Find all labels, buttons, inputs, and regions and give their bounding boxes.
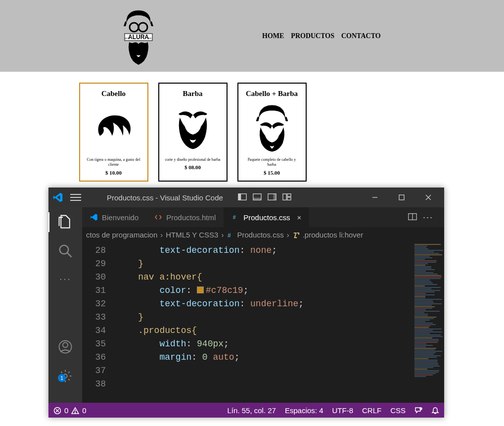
product-card-cabello[interactable]: Cabello Con tigera o maquina, a gusto de… <box>79 83 148 182</box>
svg-point-20 <box>60 245 69 254</box>
warning-icon[interactable] <box>71 406 79 415</box>
svg-text:#: # <box>228 232 231 239</box>
svg-point-33 <box>75 412 76 413</box>
svg-rect-8 <box>238 193 241 200</box>
layout-grid-icon[interactable] <box>282 193 291 202</box>
encoding[interactable]: UTF-8 <box>332 406 353 415</box>
products-row: Cabello Con tigera o maquina, a gusto de… <box>79 83 425 182</box>
nav-productos[interactable]: PRODUCTOS <box>291 32 334 40</box>
tab-label: Bienvenido <box>102 213 138 222</box>
breadcrumb-segment: Productos.css <box>237 231 283 239</box>
split-editor-icon[interactable] <box>408 213 417 222</box>
panel-bottom-icon[interactable] <box>253 193 262 202</box>
bell-icon[interactable] <box>431 406 439 415</box>
line-gutter: 2829303132333435363738 <box>82 242 117 403</box>
breadcrumb-segment: .productos li:hover <box>303 231 364 239</box>
more-icon[interactable]: ··· <box>59 273 71 285</box>
search-icon[interactable] <box>58 243 73 260</box>
panel-right-icon[interactable] <box>268 193 276 202</box>
nav-contacto[interactable]: CONTACTO <box>341 32 381 40</box>
close-button[interactable] <box>421 190 435 204</box>
svg-line-21 <box>67 253 72 257</box>
product-title: Barba <box>162 90 224 98</box>
settings-gear-icon[interactable]: 1 <box>58 369 73 385</box>
vscode-titlebar[interactable]: Productos.css - Visual Studio Code <box>48 188 444 207</box>
layout-controls <box>238 193 291 202</box>
maximize-button[interactable] <box>395 190 409 204</box>
svg-point-23 <box>63 342 68 347</box>
minimap[interactable] <box>413 242 444 403</box>
panel-left-icon[interactable] <box>238 193 247 202</box>
close-icon[interactable]: × <box>297 213 302 222</box>
symbol-icon <box>292 230 300 239</box>
error-count[interactable]: 0 <box>64 406 68 415</box>
vscode-logo-icon <box>52 192 63 203</box>
product-title: Cabello <box>83 90 144 98</box>
svg-rect-10 <box>253 197 261 200</box>
product-card-barba[interactable]: Barba corte y diseño profesional de barb… <box>158 83 228 182</box>
product-card-cabello-barba[interactable]: Cabello + Barba Paquete completo de cabe… <box>237 83 307 182</box>
window-controls <box>368 190 440 204</box>
eol[interactable]: CRLF <box>362 406 381 415</box>
svg-text:ALURA: ALURA <box>128 34 149 41</box>
indentation[interactable]: Espacios: 4 <box>285 406 323 415</box>
svg-rect-14 <box>287 193 291 196</box>
product-title: Cabello + Barba <box>241 90 303 98</box>
svg-text:#: # <box>233 214 236 220</box>
tab-label: Productos.css <box>243 213 290 222</box>
explorer-icon[interactable] <box>58 214 73 231</box>
feedback-icon[interactable] <box>414 406 422 415</box>
menu-icon[interactable] <box>70 194 81 201</box>
product-price: $ 08.00 <box>162 164 224 170</box>
hair-icon <box>83 103 144 152</box>
code-editor[interactable]: 2829303132333435363738 text-decoration: … <box>82 242 444 403</box>
html-icon <box>154 213 162 221</box>
breadcrumb-segment: HTML5 Y CSS3 <box>166 231 218 239</box>
editor-tabs: Bienvenido Productos.html # Productos.cs… <box>82 207 444 227</box>
svg-rect-12 <box>274 193 276 200</box>
settings-badge: 1 <box>58 374 66 382</box>
accounts-icon[interactable] <box>58 339 73 356</box>
tab-bienvenido[interactable]: Bienvenido <box>82 207 146 227</box>
activity-bar: ··· 1 <box>48 207 82 403</box>
beard-icon <box>162 103 224 152</box>
product-desc: Paquete completo de cabello y barba <box>241 157 303 168</box>
code-content[interactable]: text-decoration: none; } nav a:hover{ co… <box>117 242 413 403</box>
svg-text:ESTD: ESTD <box>125 37 131 40</box>
svg-point-34 <box>420 408 422 410</box>
main-nav: HOME PRODUCTOS CONTACTO <box>262 32 381 40</box>
product-price: $ 10.00 <box>83 170 144 176</box>
svg-point-1 <box>138 23 147 32</box>
vscode-window: Productos.css - Visual Studio Code ··· 1 <box>48 188 444 418</box>
svg-text:2020: 2020 <box>147 37 152 40</box>
tab-productos-html[interactable]: Productos.html <box>146 207 224 227</box>
css-icon: # <box>227 230 234 239</box>
product-desc: Con tigera o maquina, a gusto del client… <box>83 157 144 168</box>
status-bar: 0 0 Lín. 55, col. 27 Espacios: 4 UTF-8 C… <box>48 403 444 418</box>
minimize-button[interactable] <box>368 190 382 204</box>
site-logo: ALURA ESTD 2020 <box>119 6 158 66</box>
language-mode[interactable]: CSS <box>390 406 406 415</box>
more-actions-icon[interactable]: ··· <box>423 212 433 223</box>
vscode-icon <box>90 213 98 221</box>
site-header: ALURA ESTD 2020 HOME PRODUCTOS CONTACTO <box>0 0 504 72</box>
window-title: Productos.css - Visual Studio Code <box>107 193 223 202</box>
cursor-position[interactable]: Lín. 55, col. 27 <box>228 406 276 415</box>
tab-label: Productos.html <box>166 213 216 222</box>
breadcrumb-segment: ctos de programacion <box>86 231 157 239</box>
svg-rect-13 <box>283 193 286 200</box>
product-desc: corte y diseño profesional de barba <box>162 157 224 162</box>
css-icon: # <box>231 213 239 221</box>
product-price: $ 15.00 <box>241 170 303 176</box>
warning-count[interactable]: 0 <box>82 406 86 415</box>
hair-beard-icon <box>241 103 303 152</box>
svg-point-0 <box>130 23 138 32</box>
nav-home[interactable]: HOME <box>262 32 284 40</box>
breadcrumb[interactable]: ctos de programacion › HTML5 Y CSS3 › # … <box>82 227 444 242</box>
svg-rect-17 <box>399 195 404 200</box>
svg-rect-15 <box>287 197 291 199</box>
error-icon[interactable] <box>53 406 61 415</box>
tab-productos-css[interactable]: # Productos.css × <box>224 207 309 227</box>
